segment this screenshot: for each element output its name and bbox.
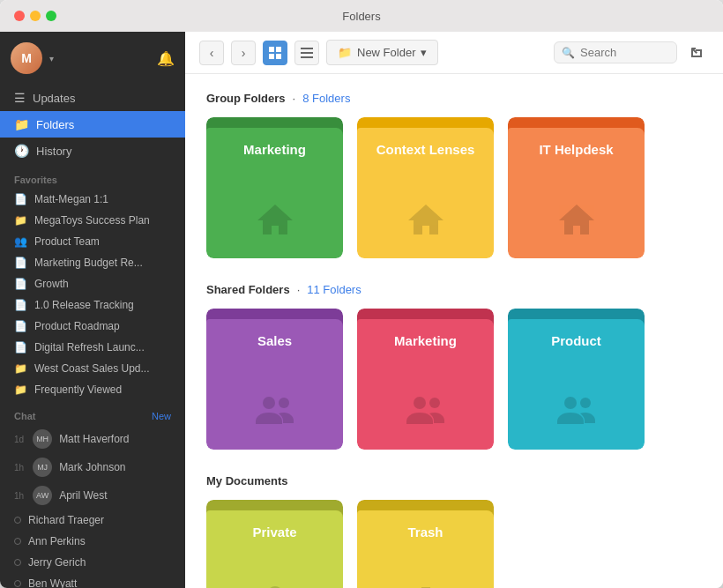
new-folder-label: New Folder bbox=[357, 46, 415, 59]
folder-marketing-shared[interactable]: Marketing bbox=[357, 309, 494, 450]
sidebar-fav-matt-megan[interactable]: 📄 Matt-Megan 1:1 bbox=[0, 189, 185, 210]
fav-label: Digital Refresh Launc... bbox=[34, 341, 145, 354]
doc-icon: 📄 bbox=[14, 341, 27, 354]
svg-rect-1 bbox=[276, 47, 281, 52]
dropdown-icon: ▾ bbox=[421, 46, 427, 59]
shared-folders-title: Shared Folders bbox=[206, 283, 290, 296]
title-bar: Folders bbox=[0, 0, 723, 32]
fav-label: Product Roadmap bbox=[34, 320, 120, 332]
svg-point-9 bbox=[414, 397, 426, 409]
group-folders-header: Group Folders · 8 Folders bbox=[206, 92, 702, 105]
folder-icon: 📁 bbox=[14, 362, 27, 375]
folder-body: Marketing bbox=[357, 319, 494, 450]
folder-icon-area bbox=[404, 389, 448, 435]
grid-view-button[interactable] bbox=[263, 41, 287, 65]
folder-marketing[interactable]: Marketing bbox=[206, 117, 343, 258]
users-icon bbox=[253, 389, 297, 433]
doc-icon: 📄 bbox=[14, 193, 27, 205]
forward-button[interactable]: › bbox=[231, 41, 256, 65]
chat-name: Mark Johnson bbox=[59, 461, 125, 473]
chat-dot-icon bbox=[14, 538, 21, 545]
chat-item-richard[interactable]: Richard Traeger bbox=[0, 510, 185, 531]
chat-name: Jerry Gerich bbox=[28, 556, 86, 569]
search-input[interactable] bbox=[580, 46, 669, 59]
folder-icon: 📁 bbox=[14, 383, 27, 396]
sidebar-fav-release-tracking[interactable]: 📄 1.0 Release Tracking bbox=[0, 294, 185, 316]
person-icon bbox=[253, 580, 297, 588]
history-icon: 🕐 bbox=[14, 144, 29, 158]
sidebar-item-folders[interactable]: 📁 Folders bbox=[0, 111, 185, 138]
folder-icon: 📁 bbox=[14, 214, 27, 227]
chat-item-ben[interactable]: Ben Wyatt bbox=[0, 573, 185, 588]
fav-label: Marketing Budget Re... bbox=[34, 257, 143, 269]
app-body: M ▾ 🔔 ☰ Updates 📁 Folders 🕐 History Favo… bbox=[0, 32, 723, 588]
folder-context-lenses[interactable]: Context Lenses bbox=[357, 117, 494, 258]
svg-point-12 bbox=[580, 398, 591, 408]
list-view-button[interactable] bbox=[294, 41, 319, 65]
sidebar-item-updates[interactable]: ☰ Updates bbox=[0, 85, 185, 111]
group-folders-count: 8 Folders bbox=[302, 92, 350, 105]
chat-item-mark[interactable]: 1h MJ Mark Johnson bbox=[0, 453, 185, 481]
my-documents-grid: Private Trash bbox=[206, 500, 702, 588]
close-button[interactable] bbox=[14, 11, 25, 21]
sidebar-fav-digital-refresh[interactable]: 📄 Digital Refresh Launc... bbox=[0, 337, 185, 358]
folders-icon: 📁 bbox=[14, 117, 29, 131]
chat-avatar: MH bbox=[33, 429, 52, 449]
minimize-button[interactable] bbox=[30, 11, 41, 21]
sidebar-fav-growth[interactable]: 📄 Growth bbox=[0, 273, 185, 294]
users-icon: 👥 bbox=[14, 235, 27, 248]
chat-label: Chat bbox=[14, 411, 35, 421]
folder-icon-area bbox=[555, 389, 599, 435]
my-documents-header: My Documents bbox=[206, 474, 702, 488]
home-icon bbox=[404, 197, 448, 242]
sidebar-fav-frequently-viewed[interactable]: 📁 Frequently Viewed bbox=[0, 379, 185, 400]
chat-item-jerry[interactable]: Jerry Gerich bbox=[0, 552, 185, 573]
folder-sales[interactable]: Sales bbox=[206, 309, 343, 450]
trash-icon bbox=[404, 580, 448, 588]
chat-dot-icon bbox=[14, 559, 21, 566]
folder-body: IT Helpdesk bbox=[508, 128, 645, 258]
search-box[interactable]: 🔍 bbox=[554, 41, 677, 63]
chat-dot-icon bbox=[14, 517, 21, 524]
sidebar-fav-marketing-budget[interactable]: 📄 Marketing Budget Re... bbox=[0, 252, 185, 273]
home-icon bbox=[253, 197, 297, 242]
external-link-button[interactable] bbox=[684, 41, 709, 65]
folder-trash[interactable]: Trash bbox=[357, 500, 494, 588]
users-icon bbox=[404, 389, 448, 433]
back-button[interactable]: ‹ bbox=[199, 41, 224, 65]
folder-body: Trash bbox=[357, 510, 494, 588]
folder-private[interactable]: Private bbox=[206, 500, 343, 588]
sidebar-item-label: Updates bbox=[33, 92, 75, 105]
folder-name: Product bbox=[544, 333, 608, 348]
profile-area[interactable]: M ▾ 🔔 bbox=[0, 32, 185, 85]
doc-icon: 📄 bbox=[14, 278, 27, 290]
favorites-section-label: Favorites bbox=[0, 164, 185, 189]
chat-time: 1h bbox=[14, 491, 24, 501]
fav-label: MegaToys Success Plan bbox=[34, 214, 150, 227]
group-folders-title: Group Folders bbox=[206, 92, 286, 105]
sidebar-fav-megatoys[interactable]: 📁 MegaToys Success Plan bbox=[0, 210, 185, 231]
chat-dot-icon bbox=[14, 580, 21, 587]
folder-product[interactable]: Product bbox=[508, 309, 645, 450]
folder-it-helpdesk[interactable]: IT Helpdesk bbox=[508, 117, 645, 258]
bell-icon[interactable]: 🔔 bbox=[157, 50, 175, 67]
avatar: M bbox=[11, 42, 42, 74]
folder-name: Trash bbox=[400, 525, 450, 540]
chat-section-header: Chat New bbox=[0, 400, 185, 425]
sidebar-fav-west-coast[interactable]: 📁 West Coast Sales Upd... bbox=[0, 358, 185, 379]
folder-icon-area bbox=[555, 197, 599, 244]
home-icon bbox=[555, 197, 599, 242]
sidebar-fav-product-team[interactable]: 👥 Product Team bbox=[0, 231, 185, 252]
chat-item-matt[interactable]: 1d MH Matt Haverford bbox=[0, 425, 185, 453]
chat-item-april[interactable]: 1h AW April West bbox=[0, 481, 185, 510]
svg-rect-5 bbox=[301, 52, 313, 54]
folder-icon-area bbox=[404, 197, 448, 244]
sidebar-item-history[interactable]: 🕐 History bbox=[0, 138, 185, 164]
chat-item-ann[interactable]: Ann Perkins bbox=[0, 531, 185, 552]
folder-body: Context Lenses bbox=[357, 128, 494, 258]
sidebar-fav-product-roadmap[interactable]: 📄 Product Roadmap bbox=[0, 316, 185, 337]
maximize-button[interactable] bbox=[46, 11, 56, 21]
chat-avatar: AW bbox=[33, 486, 52, 505]
chat-new-label[interactable]: New bbox=[152, 411, 171, 421]
new-folder-button[interactable]: 📁 New Folder ▾ bbox=[326, 40, 438, 65]
